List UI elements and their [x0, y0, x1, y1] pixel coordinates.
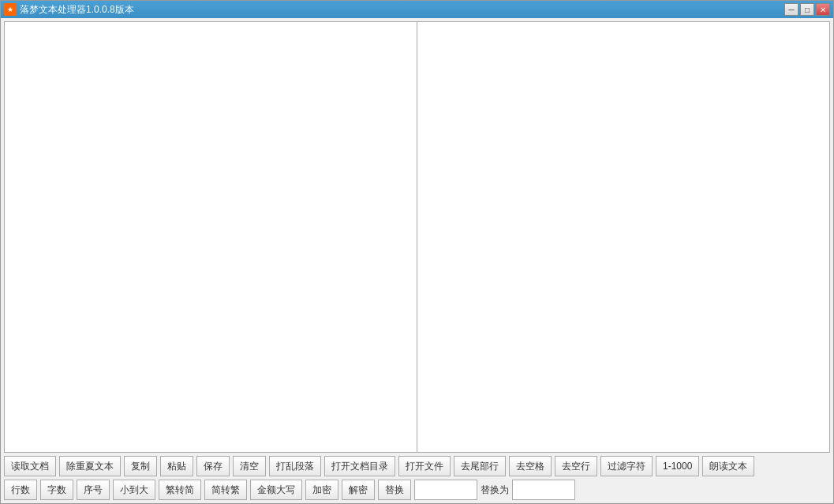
read-text-button[interactable]: 朗读文本 [702, 456, 754, 476]
close-button[interactable]: ✕ [816, 3, 830, 16]
linecount-button[interactable]: 行数 [4, 480, 37, 500]
main-window: ★ 落梦文本处理器1.0.0.8版本 ─ □ ✕ 读取文档 除重夏文本 [0, 0, 834, 504]
clear-button[interactable]: 清空 [233, 456, 266, 476]
window-title: 落梦文本处理器1.0.0.8版本 [20, 3, 134, 17]
remove-blank-button[interactable]: 去空行 [555, 456, 597, 476]
open-dir-button[interactable]: 打开文档目录 [324, 456, 395, 476]
decrypt-button[interactable]: 解密 [342, 480, 375, 500]
copy-button[interactable]: 复制 [124, 456, 157, 476]
right-textarea[interactable] [417, 22, 829, 452]
open-file-button[interactable]: 打开文件 [398, 456, 451, 476]
remove-last-button[interactable]: 去尾部行 [454, 456, 506, 476]
small-to-big-button[interactable]: 小到大 [113, 480, 155, 500]
minimize-button[interactable]: ─ [784, 3, 798, 16]
main-content: 读取文档 除重夏文本 复制 粘贴 保存 清空 打乱段落 打开文档目录 打开文件 … [1, 18, 833, 503]
wordcount-button[interactable]: 字数 [40, 480, 73, 500]
titlebar-buttons: ─ □ ✕ [784, 3, 830, 16]
read-doc-button[interactable]: 读取文档 [4, 456, 56, 476]
app-icon: ★ [4, 3, 17, 16]
filter-button[interactable]: 过滤字符 [600, 456, 653, 476]
titlebar-left: ★ 落梦文本处理器1.0.0.8版本 [4, 3, 134, 17]
serial-button[interactable]: 序号 [77, 480, 110, 500]
save-button[interactable]: 保存 [196, 456, 230, 476]
remove-space-button[interactable]: 去空格 [509, 456, 552, 476]
dedup-button[interactable]: 除重夏文本 [59, 456, 121, 476]
simp-button[interactable]: 简转繁 [204, 480, 247, 500]
replace-button[interactable]: 替换 [378, 480, 411, 500]
left-textarea[interactable] [5, 22, 417, 452]
right-text-area-container [417, 22, 829, 452]
encrypt-button[interactable]: 加密 [305, 480, 338, 500]
paste-button[interactable]: 粘贴 [160, 456, 193, 476]
replace-as-label: 替换为 [481, 483, 509, 497]
maximize-button[interactable]: □ [800, 3, 814, 16]
titlebar: ★ 落梦文本处理器1.0.0.8版本 ─ □ ✕ [1, 1, 833, 18]
shuffle-button[interactable]: 打乱段落 [269, 456, 321, 476]
toolbar-row-1: 读取文档 除重夏文本 复制 粘贴 保存 清空 打乱段落 打开文档目录 打开文件 … [4, 456, 830, 476]
range-button[interactable]: 1-1000 [656, 456, 699, 476]
amount-button[interactable]: 金额大写 [250, 480, 302, 500]
toolbar-row-2: 行数 字数 序号 小到大 繁转简 简转繁 金额大写 加密 解密 替换 替换为 [4, 480, 830, 500]
toolbar-area: 读取文档 除重夏文本 复制 粘贴 保存 清空 打乱段落 打开文档目录 打开文件 … [4, 456, 830, 500]
left-text-area-container [5, 22, 417, 452]
replace-from-input[interactable] [414, 480, 477, 500]
text-areas-container [4, 21, 830, 453]
replace-to-input[interactable] [512, 480, 575, 500]
trad-button[interactable]: 繁转简 [159, 480, 201, 500]
